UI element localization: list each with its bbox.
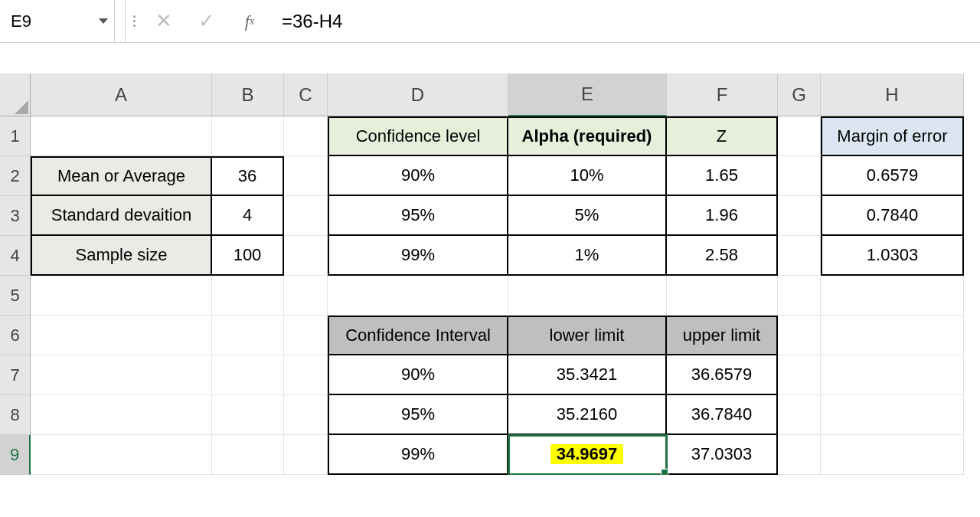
cell-E7[interactable]: 35.3421 bbox=[508, 355, 667, 395]
cell-F3[interactable]: 1.96 bbox=[667, 196, 778, 236]
cell-F8[interactable]: 36.7840 bbox=[667, 395, 778, 435]
cell-E9[interactable]: 34.9697 bbox=[508, 435, 667, 475]
cell-D5[interactable] bbox=[328, 276, 508, 316]
cell-B3[interactable]: 4 bbox=[212, 196, 284, 236]
cell-B2[interactable]: 36 bbox=[212, 156, 284, 196]
cancel-icon[interactable]: ✕ bbox=[142, 0, 185, 42]
cell-C8[interactable] bbox=[284, 395, 328, 435]
cell-B1[interactable] bbox=[212, 116, 284, 156]
cell-A7[interactable] bbox=[31, 355, 212, 395]
cell-C3[interactable] bbox=[284, 196, 328, 236]
cell-F7[interactable]: 36.6579 bbox=[667, 355, 778, 395]
cell-A4[interactable]: Sample size bbox=[31, 236, 212, 276]
cell-E5[interactable] bbox=[508, 276, 667, 316]
cell-B7[interactable] bbox=[212, 355, 284, 395]
name-box[interactable]: E9 bbox=[0, 0, 115, 42]
fx-icon[interactable]: fx bbox=[228, 0, 271, 42]
cell-B6[interactable] bbox=[212, 316, 284, 355]
row-header-2[interactable]: 2 bbox=[0, 156, 31, 196]
cell-E8[interactable]: 35.2160 bbox=[508, 395, 667, 435]
row-header-9[interactable]: 9 bbox=[0, 435, 31, 475]
col-header-C[interactable]: C bbox=[284, 74, 328, 116]
cell-G5[interactable] bbox=[778, 276, 821, 316]
cell-A8[interactable] bbox=[31, 395, 212, 435]
cell-D7[interactable]: 90% bbox=[328, 355, 508, 395]
formula-bar: E9 ✕ ✓ fx bbox=[0, 0, 980, 43]
cell-D4[interactable]: 99% bbox=[328, 236, 508, 276]
spreadsheet-grid[interactable]: A B C D E F G H 1 Confidence level Alpha… bbox=[0, 74, 980, 475]
row-header-6[interactable]: 6 bbox=[0, 316, 31, 355]
cell-G7[interactable] bbox=[778, 355, 821, 395]
name-box-dropdown-icon[interactable] bbox=[99, 18, 108, 24]
cell-D3[interactable]: 95% bbox=[328, 196, 508, 236]
cell-F5[interactable] bbox=[667, 276, 778, 316]
row-header-7[interactable]: 7 bbox=[0, 355, 31, 395]
cell-C1[interactable] bbox=[284, 116, 328, 156]
cell-G8[interactable] bbox=[778, 395, 821, 435]
cell-H3[interactable]: 0.7840 bbox=[821, 196, 964, 236]
cell-H4[interactable]: 1.0303 bbox=[821, 236, 964, 276]
cell-H9[interactable] bbox=[821, 435, 964, 475]
cell-F9[interactable]: 37.0303 bbox=[667, 435, 778, 475]
formula-input[interactable] bbox=[271, 0, 980, 42]
col-header-F[interactable]: F bbox=[667, 74, 778, 116]
cell-A9[interactable] bbox=[31, 435, 212, 475]
cell-E2[interactable]: 10% bbox=[508, 156, 667, 196]
cell-A2[interactable]: Mean or Average bbox=[31, 156, 212, 196]
cell-C9[interactable] bbox=[284, 435, 328, 475]
cell-E6[interactable]: lower limit bbox=[508, 316, 667, 355]
row-header-3[interactable]: 3 bbox=[0, 196, 31, 236]
cell-H1[interactable]: Margin of error bbox=[821, 116, 964, 156]
cell-A1[interactable] bbox=[31, 116, 212, 156]
col-header-H[interactable]: H bbox=[821, 74, 964, 116]
cell-H5[interactable] bbox=[821, 276, 964, 316]
cell-F4[interactable]: 2.58 bbox=[667, 236, 778, 276]
cell-B8[interactable] bbox=[212, 395, 284, 435]
drag-handle-icon[interactable] bbox=[126, 15, 142, 27]
cell-E4[interactable]: 1% bbox=[508, 236, 667, 276]
row-header-1[interactable]: 1 bbox=[0, 116, 31, 156]
cell-A3[interactable]: Standard devaition bbox=[31, 196, 212, 236]
cell-G3[interactable] bbox=[778, 196, 821, 236]
cell-H7[interactable] bbox=[821, 355, 964, 395]
cell-F1[interactable]: Z bbox=[667, 116, 778, 156]
cell-G2[interactable] bbox=[778, 156, 821, 196]
cell-E3[interactable]: 5% bbox=[508, 196, 667, 236]
name-box-value: E9 bbox=[11, 11, 31, 31]
cell-C6[interactable] bbox=[284, 316, 328, 355]
cell-G4[interactable] bbox=[778, 236, 821, 276]
cell-B4[interactable]: 100 bbox=[212, 236, 284, 276]
col-header-G[interactable]: G bbox=[778, 74, 821, 116]
cell-B9[interactable] bbox=[212, 435, 284, 475]
cell-C4[interactable] bbox=[284, 236, 328, 276]
cell-E1[interactable]: Alpha (required) bbox=[508, 116, 667, 156]
cell-G6[interactable] bbox=[778, 316, 821, 355]
select-all-corner[interactable] bbox=[0, 74, 31, 116]
cell-C7[interactable] bbox=[284, 355, 328, 395]
cell-D9[interactable]: 99% bbox=[328, 435, 508, 475]
cell-C5[interactable] bbox=[284, 276, 328, 316]
cell-F2[interactable]: 1.65 bbox=[667, 156, 778, 196]
cell-B5[interactable] bbox=[212, 276, 284, 316]
row-header-5[interactable]: 5 bbox=[0, 276, 31, 316]
cell-A5[interactable] bbox=[31, 276, 212, 316]
cell-A6[interactable] bbox=[31, 316, 212, 355]
col-header-A[interactable]: A bbox=[31, 74, 212, 116]
cell-H2[interactable]: 0.6579 bbox=[821, 156, 964, 196]
col-header-D[interactable]: D bbox=[328, 74, 508, 116]
cell-C2[interactable] bbox=[284, 156, 328, 196]
cell-D1[interactable]: Confidence level bbox=[328, 116, 508, 156]
cell-H8[interactable] bbox=[821, 395, 964, 435]
cell-D8[interactable]: 95% bbox=[328, 395, 508, 435]
cell-F6[interactable]: upper limit bbox=[667, 316, 778, 355]
cell-G1[interactable] bbox=[778, 116, 821, 156]
cell-D6[interactable]: Confidence Interval bbox=[328, 316, 508, 355]
col-header-E[interactable]: E bbox=[508, 74, 667, 116]
row-header-8[interactable]: 8 bbox=[0, 395, 31, 435]
cell-G9[interactable] bbox=[778, 435, 821, 475]
cell-H6[interactable] bbox=[821, 316, 964, 355]
confirm-icon[interactable]: ✓ bbox=[185, 0, 228, 42]
row-header-4[interactable]: 4 bbox=[0, 236, 31, 276]
col-header-B[interactable]: B bbox=[212, 74, 284, 116]
cell-D2[interactable]: 90% bbox=[328, 156, 508, 196]
